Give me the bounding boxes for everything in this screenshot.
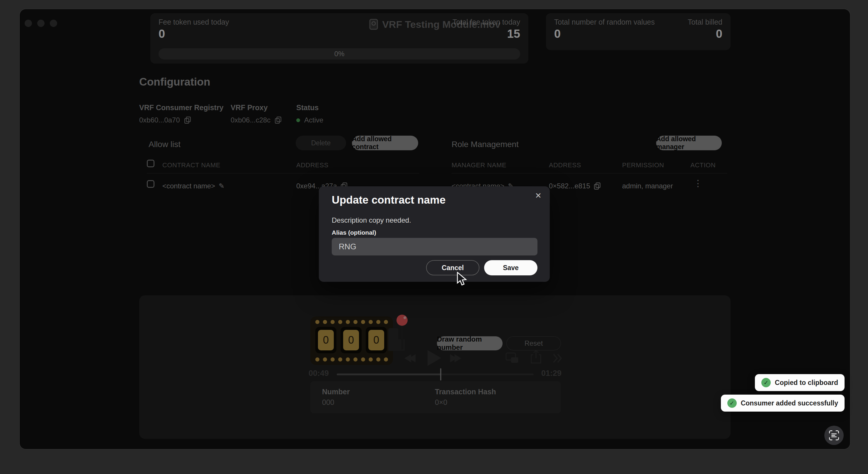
close-icon[interactable]: ✕ xyxy=(535,191,541,200)
alias-field-label: Alias (optional) xyxy=(332,229,376,236)
dialog-description: Description copy needed. xyxy=(332,216,411,224)
toast-message: Consumer added successfully xyxy=(741,399,838,407)
toast-consumer-added: ✓ Consumer added successfully xyxy=(721,394,844,412)
success-check-icon: ✓ xyxy=(761,378,771,387)
update-contract-name-dialog: Update contract name ✕ Description copy … xyxy=(319,186,550,282)
success-check-icon: ✓ xyxy=(727,399,737,408)
cancel-button[interactable]: Cancel xyxy=(426,260,479,275)
toast-message: Copied to clipboard xyxy=(775,379,838,387)
save-button[interactable]: Save xyxy=(484,260,537,275)
mouse-cursor xyxy=(457,272,468,288)
alias-input[interactable] xyxy=(332,238,537,255)
scan-button[interactable] xyxy=(824,426,844,445)
dialog-title: Update contract name xyxy=(332,194,446,206)
scan-text-icon xyxy=(829,430,840,441)
toast-copied: ✓ Copied to clipboard xyxy=(755,374,844,391)
